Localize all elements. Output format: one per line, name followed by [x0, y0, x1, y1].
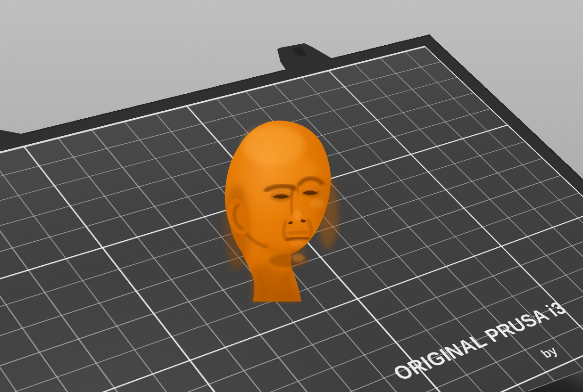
- bed-brand-label: ORIGINAL PRUSA i3: [388, 298, 571, 385]
- slicer-3d-viewport[interactable]: ORIGINAL PRUSA i3 by: [0, 0, 583, 392]
- bed-brand-byline: by: [537, 343, 561, 360]
- rock-head-model[interactable]: [218, 117, 346, 305]
- bed-back-tab: [267, 40, 333, 70]
- bed-tab-notch: [291, 47, 308, 57]
